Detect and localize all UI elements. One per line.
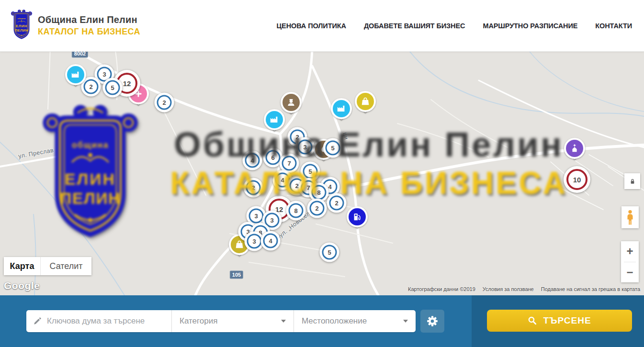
nav-item-pricing[interactable]: ЦЕНОВА ПОЛИТИКА (277, 22, 346, 30)
cluster-marker[interactable]: 5 (320, 243, 339, 262)
nav-item-add-business[interactable]: ДОБАВЕТЕ ВАШИЯТ БИЗНЕС (364, 22, 465, 30)
pin-marker-factory[interactable] (65, 64, 86, 85)
map-type-control: Карта Сателит (4, 257, 91, 275)
pegman-icon (625, 209, 635, 225)
cluster-marker[interactable]: 10 (564, 166, 590, 193)
header: община ЕЛИН ПЕЛИН Община Елин Пелин КАТА… (0, 0, 644, 52)
brand-text: Община Елин Пелин КАТАЛОГ НА БИЗНЕСА (38, 14, 140, 37)
pegman-control[interactable] (621, 206, 639, 228)
pin-marker-bag[interactable] (355, 91, 376, 112)
svg-text:ЕЛИН: ЕЛИН (16, 24, 27, 28)
attribution-copyright: Картографски данни ©2019 (408, 286, 475, 292)
keyword-input[interactable] (47, 316, 165, 326)
search-fields: Категория Местоположение (26, 310, 416, 332)
brand-logo[interactable]: община ЕЛИН ПЕЛИН Община Елин Пелин КАТА… (11, 9, 140, 43)
cluster-marker[interactable]: 8 (286, 201, 306, 221)
cluster-marker[interactable]: 2 (155, 93, 174, 112)
keyword-field[interactable] (26, 310, 171, 332)
pin-marker-factory[interactable] (331, 98, 352, 119)
cluster-marker[interactable]: 4 (243, 151, 262, 170)
lock-control[interactable] (624, 173, 640, 189)
nav-item-route-schedule[interactable]: МАРШРУТНО РАЗПИСАНИЕ (483, 22, 577, 30)
gear-icon (426, 315, 439, 327)
pin-marker-factory[interactable] (264, 109, 285, 130)
terms-link[interactable]: Условия за ползване (483, 286, 534, 292)
advanced-settings-button[interactable] (420, 310, 444, 333)
category-select[interactable]: Категория (172, 310, 294, 332)
map-type-map-button[interactable]: Карта (4, 257, 40, 275)
map-type-satellite-button[interactable]: Сателит (40, 257, 91, 275)
cluster-marker[interactable]: 5 (103, 78, 123, 98)
cluster-marker[interactable]: 4 (261, 231, 281, 251)
search-icon (528, 316, 537, 325)
cluster-marker[interactable]: 2 (244, 178, 263, 198)
chevron-down-icon (403, 320, 408, 323)
location-select-value: Местоположение (302, 316, 367, 326)
location-select[interactable]: Местоположение (294, 310, 416, 332)
chevron-down-icon (281, 320, 286, 323)
cluster-marker[interactable]: 3 (295, 137, 315, 157)
map-attribution: Картографски данни ©2019 Условия за полз… (408, 286, 640, 292)
cluster-marker[interactable]: 2 (307, 199, 327, 218)
zoom-out-button[interactable]: − (621, 262, 639, 283)
pencil-icon (33, 317, 42, 325)
municipality-emblem: община ЕЛИН ПЕЛИН (11, 9, 33, 43)
nav-item-contacts[interactable]: КОНТАКТИ (595, 22, 632, 30)
zoom-control: + − (621, 241, 639, 282)
main-nav: ЦЕНОВА ПОЛИТИКА ДОБАВЕТЕ ВАШИЯТ БИЗНЕС М… (277, 22, 632, 30)
search-bar: Категория Местоположение ТЪРСЕНЕ (0, 295, 644, 347)
report-error-link[interactable]: Подаване на сигнал за грешка в картата (541, 286, 640, 292)
search-button-label: ТЪРСЕНЕ (543, 315, 591, 326)
svg-text:ПЕЛИН: ПЕЛИН (15, 28, 28, 33)
site-title: Община Елин Пелин (38, 14, 140, 25)
svg-text:община: община (17, 17, 26, 20)
category-select-value: Категория (180, 316, 217, 326)
road-shield: 8002 (72, 52, 88, 58)
road-shield: 105 (230, 271, 243, 279)
lock-icon (629, 178, 636, 185)
cluster-marker[interactable]: 5 (323, 138, 343, 158)
cluster-marker[interactable]: 2 (327, 193, 347, 213)
google-logo[interactable]: Google (4, 280, 40, 291)
search-button[interactable]: ТЪРСЕНЕ (487, 310, 632, 332)
pin-marker-church[interactable] (564, 138, 585, 159)
site-subtitle: КАТАЛОГ НА БИЗНЕСА (38, 27, 140, 37)
zoom-in-button[interactable]: + (621, 241, 639, 262)
pin-marker-fuel[interactable] (347, 206, 368, 227)
street-label: ци (342, 132, 350, 140)
map-canvas[interactable]: 8002105ул. Преславцибул. „Новоселци” 312… (0, 52, 644, 295)
